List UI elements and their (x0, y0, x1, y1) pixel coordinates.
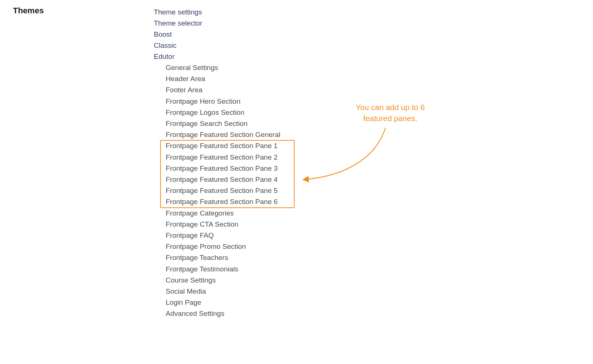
sub-nav-frontpage-featured-pane-2[interactable]: Frontpage Featured Section Pane 2 (166, 152, 280, 163)
annotation-line-2: featured panes. (363, 114, 417, 123)
themes-nav-column: Theme settings Theme selector Boost Clas… (154, 7, 280, 320)
sub-nav-general-settings[interactable]: General Settings (166, 62, 280, 73)
sub-nav-frontpage-featured-pane-1[interactable]: Frontpage Featured Section Pane 1 (166, 140, 280, 151)
sub-nav-frontpage-categories[interactable]: Frontpage Categories (166, 208, 280, 219)
sub-nav-advanced-settings[interactable]: Advanced Settings (166, 308, 280, 319)
nav-link-classic[interactable]: Classic (154, 40, 280, 51)
sub-nav-frontpage-faq[interactable]: Frontpage FAQ (166, 230, 280, 241)
sub-nav-frontpage-featured-pane-5[interactable]: Frontpage Featured Section Pane 5 (166, 185, 280, 196)
sub-nav-frontpage-promo[interactable]: Frontpage Promo Section (166, 241, 280, 252)
sub-nav-footer-area[interactable]: Footer Area (166, 84, 280, 96)
nav-link-theme-selector[interactable]: Theme selector (154, 18, 280, 29)
annotation-callout: You can add up to 6 featured panes. (348, 102, 433, 124)
nav-link-boost[interactable]: Boost (154, 29, 280, 40)
sub-nav-login-page[interactable]: Login Page (166, 297, 280, 308)
sub-nav-frontpage-search[interactable]: Frontpage Search Section (166, 118, 280, 129)
sub-nav-frontpage-featured-pane-6[interactable]: Frontpage Featured Section Pane 6 (166, 196, 280, 207)
annotation-arrow-icon (298, 124, 391, 183)
sub-nav-frontpage-featured-pane-3[interactable]: Frontpage Featured Section Pane 3 (166, 163, 280, 174)
sub-nav-frontpage-testimonials[interactable]: Frontpage Testimonials (166, 264, 280, 275)
sub-nav-frontpage-cta[interactable]: Frontpage CTA Section (166, 219, 280, 230)
sub-nav-frontpage-logos[interactable]: Frontpage Logos Section (166, 107, 280, 118)
annotation-line-1: You can add up to 6 (356, 103, 425, 111)
nav-link-theme-settings[interactable]: Theme settings (154, 7, 280, 18)
sub-nav-frontpage-featured-pane-4[interactable]: Frontpage Featured Section Pane 4 (166, 174, 280, 185)
sub-nav-social-media[interactable]: Social Media (166, 286, 280, 297)
sub-nav-frontpage-hero[interactable]: Frontpage Hero Section (166, 96, 280, 107)
sub-nav-frontpage-teachers[interactable]: Frontpage Teachers (166, 252, 280, 263)
sub-nav-header-area[interactable]: Header Area (166, 73, 280, 84)
sub-nav-frontpage-featured-general[interactable]: Frontpage Featured Section General (166, 129, 280, 140)
nav-link-edutor[interactable]: Edutor (154, 51, 280, 62)
edutor-sub-nav: General Settings Header Area Footer Area… (166, 62, 280, 320)
section-heading-themes: Themes (13, 6, 44, 16)
sub-nav-course-settings[interactable]: Course Settings (166, 275, 280, 286)
